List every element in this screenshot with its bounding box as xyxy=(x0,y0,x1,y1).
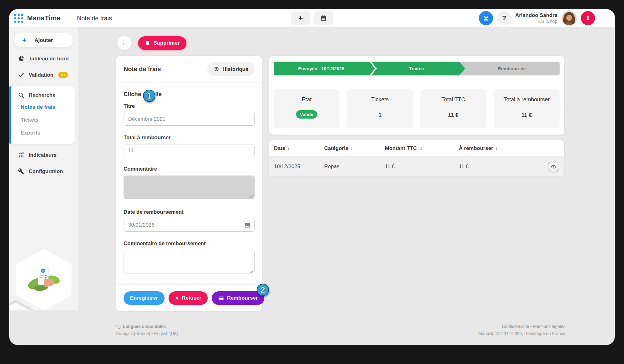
form-card-title: Note de frais xyxy=(124,66,161,73)
step-remboursee: Remboursée xyxy=(464,62,559,75)
app-name: ManaTime xyxy=(27,14,61,22)
user-info: Arlandoo Sandra KB iShop xyxy=(515,12,557,24)
cell-date: 10/12/2025 xyxy=(274,164,324,170)
sidebar-group-search: Recherche Notes de frais Tickets Exports xyxy=(9,86,75,144)
sort-icons[interactable]: ↓↑ xyxy=(495,146,499,151)
titre-input[interactable] xyxy=(124,113,255,126)
top-bar: ManaTime Note de frais + xyxy=(9,9,615,27)
sidebar-item-indicators[interactable]: Indicateurs xyxy=(9,147,78,163)
progress-steps: Envoyée : 10/12/2025 Traitée Remboursée xyxy=(274,62,560,75)
header-divider xyxy=(68,13,68,23)
tickets-table: Date ↓↑ Catégorie ↓↑ Montant TTC ↓↑ À re… xyxy=(269,140,564,176)
sidebar: + Ajouter Tableau de bord Validation 21 … xyxy=(9,27,78,310)
save-button[interactable]: Enregistrer xyxy=(124,291,165,305)
date-remboursement-label: Date de remboursement xyxy=(124,209,255,215)
resize-handle xyxy=(250,270,253,273)
commentaire-remboursement-label: Commentaire de remboursement xyxy=(124,241,255,247)
copyright: ManaSoft© 2012-2026, Développé en France xyxy=(478,330,565,337)
sidebar-add-button[interactable]: + Ajouter xyxy=(14,33,73,47)
sidebar-item-validation[interactable]: Validation 21 xyxy=(9,67,78,83)
history-button-label: Historique xyxy=(222,66,248,72)
table-header-row: Date ↓↑ Catégorie ↓↑ Montant TTC ↓↑ À re… xyxy=(269,140,564,157)
sidebar-item-notes-de-frais[interactable]: Notes de frais xyxy=(11,101,75,114)
sidebar-item-label: Validation xyxy=(29,72,53,78)
total-a-rembourser-label: Total à rembourser xyxy=(124,135,255,141)
status-card: Envoyée : 10/12/2025 Traitée Remboursée … xyxy=(269,56,564,135)
sidebar-item-exports[interactable]: Exports xyxy=(11,127,75,140)
languages-list[interactable]: Français (France) • English (UK) xyxy=(116,330,178,337)
support-agent-icon xyxy=(482,14,490,22)
page-title: Note de frais xyxy=(77,15,112,22)
annotation-step-1: 1 xyxy=(143,90,155,102)
stat-value: 1 xyxy=(347,112,413,119)
sidebar-item-label: Recherche xyxy=(29,92,55,98)
add-button[interactable]: + xyxy=(291,11,311,25)
delete-button-label: Supprimer xyxy=(153,40,180,46)
avatar[interactable] xyxy=(561,10,577,26)
form-actions: Enregistrer ✕ Refuser Rembourser xyxy=(116,285,262,311)
refund-button-label: Rembourser xyxy=(227,295,258,301)
check-icon xyxy=(18,72,24,78)
plus-icon: + xyxy=(22,37,27,44)
page-footer: Langues disponibles Français (France) • … xyxy=(116,323,565,337)
languages-title: Langues disponibles xyxy=(123,323,166,330)
sort-icons[interactable]: ↓↑ xyxy=(419,146,423,151)
calendar-button[interactable] xyxy=(314,11,333,25)
calendar-icon xyxy=(320,15,327,22)
wrench-icon xyxy=(18,168,24,175)
view-ticket-button[interactable] xyxy=(548,161,559,172)
column-header-categorie: Catégorie ↓↑ xyxy=(324,145,385,152)
grid-dots-icon xyxy=(14,14,23,23)
column-header-date: Date ↓↑ xyxy=(274,145,324,152)
stat-value: 11 € xyxy=(494,112,560,119)
cell-category: Repas xyxy=(324,164,385,170)
help-button[interactable]: ? xyxy=(497,11,511,25)
step-traitee: Traitée xyxy=(369,62,464,75)
stat-label: Total à rembourser xyxy=(494,96,560,103)
stat-label: Tickets xyxy=(347,96,413,103)
back-button[interactable]: ← xyxy=(117,36,132,50)
sidebar-item-label: Indicateurs xyxy=(29,152,57,158)
stat-card-total-ttc: Total TTC 11 € xyxy=(420,89,486,128)
sidebar-item-tickets[interactable]: Tickets xyxy=(11,114,75,127)
status-badge: Validé xyxy=(296,110,317,119)
calendar-small-icon[interactable] xyxy=(244,222,251,228)
account-button[interactable] xyxy=(581,11,595,25)
sidebar-item-configuration[interactable]: Configuration xyxy=(9,163,78,180)
commentaire-remboursement-textarea[interactable] xyxy=(124,250,255,273)
sort-asc-icon: ↑ xyxy=(289,146,291,151)
trash-icon xyxy=(145,40,150,46)
sort-icons[interactable]: ↓↑ xyxy=(288,146,291,151)
refuse-button[interactable]: ✕ Refuser xyxy=(169,291,208,305)
table-row[interactable]: 10/12/2025 Repas 11 € 11 € xyxy=(269,157,564,176)
user-name: Arlandoo Sandra xyxy=(515,12,557,18)
resize-handle xyxy=(250,195,253,199)
eye-icon xyxy=(551,164,557,170)
user-organization: KB iShop xyxy=(515,18,557,24)
pie-chart-icon xyxy=(18,55,24,62)
sort-asc-icon: ↑ xyxy=(420,146,423,151)
sort-asc-icon: ↑ xyxy=(352,146,354,151)
cross-icon: ✕ xyxy=(175,295,179,301)
sort-icons[interactable]: ↓↑ xyxy=(350,146,354,151)
question-icon: ? xyxy=(502,14,506,22)
main-content: ← Supprimer Note de frais Histo xyxy=(78,27,615,345)
annotation-step-2: 2 xyxy=(257,284,269,296)
titre-label: Titre xyxy=(124,103,255,109)
sidebar-item-search[interactable]: Recherche xyxy=(11,89,75,101)
total-a-rembourser-input[interactable] xyxy=(124,144,255,157)
support-button[interactable] xyxy=(479,11,493,25)
app-logo[interactable]: ManaTime xyxy=(9,14,61,23)
date-remboursement-input[interactable] xyxy=(124,219,255,232)
sidebar-item-dashboard[interactable]: Tableau de bord xyxy=(9,51,78,67)
bar-chart-icon xyxy=(18,152,24,158)
legal-links[interactable]: Confidentialité • Mentions légales xyxy=(478,323,565,330)
column-header-montant-ttc: Montant TTC ↓↑ xyxy=(385,145,459,152)
delete-button[interactable]: Supprimer xyxy=(138,36,186,50)
app-window: ManaTime Note de frais + xyxy=(9,9,615,345)
sort-asc-icon: ↑ xyxy=(497,146,499,151)
stat-card-etat: État Validé xyxy=(274,89,340,128)
history-button[interactable]: Historique xyxy=(207,62,255,76)
payment-card-icon xyxy=(218,295,224,301)
refund-button[interactable]: Rembourser xyxy=(212,291,264,305)
